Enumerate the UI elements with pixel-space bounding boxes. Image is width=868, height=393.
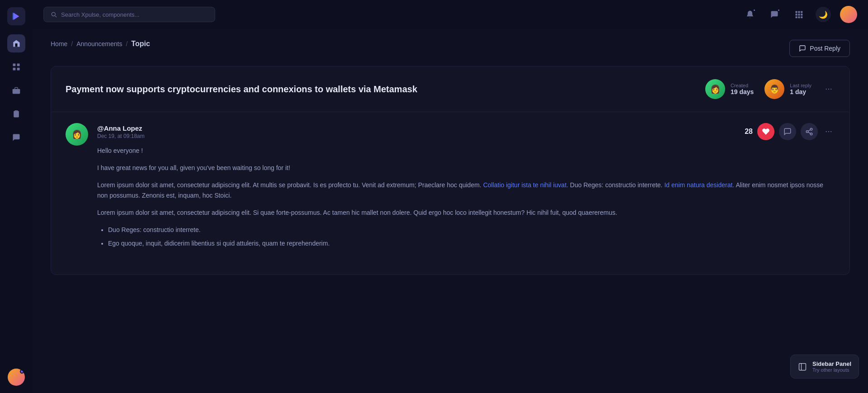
svg-point-19 bbox=[830, 89, 831, 90]
apps-btn[interactable] bbox=[791, 7, 807, 22]
svg-rect-16 bbox=[801, 16, 802, 18]
created-value: 19 days bbox=[731, 88, 754, 95]
breadcrumb-row: Home / Announcements / Topic Post Reply bbox=[51, 40, 850, 57]
post-bullet-2: Ego quoque, inquit, didicerim libentius … bbox=[108, 238, 835, 249]
svg-rect-10 bbox=[801, 11, 802, 13]
reply-avatar: 👨 bbox=[764, 79, 784, 99]
post-author-row: @Anna Lopez Dec 19, at 09:18am 28 bbox=[97, 123, 835, 140]
topic-meta: 👩 Created 19 days 👨 Last reply bbox=[705, 79, 835, 99]
post-body1: Lorem ipsum dolor sit amet, consectetur … bbox=[97, 180, 835, 202]
svg-rect-4 bbox=[13, 89, 20, 94]
post-bullet-1: Duo Reges: constructio interrete. bbox=[108, 225, 835, 236]
topic-divider bbox=[51, 112, 849, 112]
sidebar-panel-subtitle: Try other layouts bbox=[812, 367, 851, 373]
sidebar-panel-text: Sidebar Panel Try other layouts bbox=[812, 360, 851, 373]
post-body1-mid: Duo Reges: constructio interrete. bbox=[570, 181, 663, 189]
sidebar-item-chat[interactable] bbox=[7, 128, 25, 147]
svg-rect-15 bbox=[798, 16, 800, 18]
breadcrumb-announcements[interactable]: Announcements bbox=[76, 40, 122, 47]
post-author-name: @Anna Lopez bbox=[97, 124, 145, 132]
topbar-icons: 🌙 bbox=[742, 6, 857, 23]
svg-point-21 bbox=[806, 131, 808, 133]
reply-icon bbox=[799, 45, 806, 52]
main-content: 🌙 Home / Announcements / Topic Post Repl… bbox=[33, 0, 868, 393]
svg-rect-28 bbox=[799, 363, 806, 370]
likes-count: 28 bbox=[745, 128, 753, 136]
svg-rect-0 bbox=[13, 64, 16, 66]
svg-point-22 bbox=[810, 133, 812, 135]
sidebar-panel-icon bbox=[798, 362, 807, 371]
comment-button[interactable] bbox=[779, 123, 796, 140]
search-input[interactable] bbox=[61, 11, 208, 18]
more-icon bbox=[825, 85, 833, 93]
svg-rect-1 bbox=[17, 64, 20, 66]
topbar: 🌙 bbox=[33, 0, 868, 29]
grid-icon bbox=[794, 10, 803, 19]
comment-icon bbox=[783, 128, 792, 136]
sidebar-panel-btn[interactable]: Sidebar Panel Try other layouts bbox=[790, 355, 859, 379]
topic-header: Payment now supports cryptocurrencies an… bbox=[66, 79, 835, 99]
svg-rect-11 bbox=[796, 14, 797, 15]
messages-btn[interactable] bbox=[767, 7, 782, 22]
sidebar-item-home[interactable] bbox=[7, 34, 25, 52]
last-reply-value: 1 day bbox=[790, 88, 811, 95]
post-intro: I have great news for you all, given you… bbox=[97, 163, 835, 174]
svg-point-17 bbox=[826, 89, 827, 90]
post: 👩 @Anna Lopez Dec 19, at 09:18am 28 bbox=[66, 123, 835, 265]
share-button[interactable] bbox=[801, 123, 818, 140]
svg-point-18 bbox=[828, 89, 829, 90]
share-icon bbox=[805, 128, 813, 136]
post-reply-label: Post Reply bbox=[810, 45, 840, 52]
created-avatar: 👩 bbox=[705, 79, 725, 99]
topic-card: Payment now supports cryptocurrencies an… bbox=[51, 66, 850, 275]
like-button[interactable] bbox=[757, 123, 774, 140]
notifications-btn[interactable] bbox=[742, 7, 758, 22]
post-content: Hello everyone ! I have great news for y… bbox=[97, 146, 835, 249]
sidebar-item-grid[interactable] bbox=[7, 58, 25, 76]
heart-icon bbox=[762, 128, 770, 136]
svg-line-24 bbox=[808, 130, 810, 131]
post-reply-button[interactable]: Post Reply bbox=[789, 40, 850, 57]
post-body2: Lorem ipsum dolor sit amet, consectetur … bbox=[97, 208, 835, 218]
reply-meta-text: Last reply 1 day bbox=[790, 83, 811, 95]
svg-point-26 bbox=[828, 131, 829, 132]
post-body: @Anna Lopez Dec 19, at 09:18am 28 bbox=[97, 123, 835, 255]
sidebar-logo[interactable] bbox=[7, 7, 25, 25]
sidebar-item-clipboard[interactable] bbox=[7, 105, 25, 123]
theme-toggle[interactable]: 🌙 bbox=[816, 7, 831, 22]
svg-rect-14 bbox=[796, 16, 797, 18]
post-more-icon bbox=[825, 128, 833, 136]
post-body1-pre: Lorem ipsum dolor sit amet, consectetur … bbox=[97, 181, 481, 189]
svg-rect-12 bbox=[798, 14, 800, 15]
search-box bbox=[43, 7, 215, 22]
notification-dot bbox=[753, 9, 756, 12]
svg-point-25 bbox=[826, 131, 827, 132]
created-label: Created bbox=[731, 83, 754, 88]
topic-more-btn[interactable] bbox=[822, 83, 835, 95]
sidebar-user-avatar[interactable] bbox=[8, 369, 25, 386]
svg-rect-5 bbox=[14, 111, 19, 117]
svg-rect-3 bbox=[17, 68, 20, 71]
sidebar-panel-title: Sidebar Panel bbox=[812, 360, 851, 367]
breadcrumb-current: Topic bbox=[131, 40, 150, 48]
meta-last-reply: 👨 Last reply 1 day bbox=[764, 79, 811, 99]
topic-title: Payment now supports cryptocurrencies an… bbox=[66, 83, 417, 95]
svg-point-27 bbox=[830, 131, 831, 132]
svg-point-20 bbox=[810, 128, 812, 131]
created-meta-text: Created 19 days bbox=[731, 83, 754, 95]
post-link2[interactable]: Id enim natura desiderat. bbox=[664, 181, 734, 189]
sidebar-item-briefcase[interactable] bbox=[7, 81, 25, 99]
breadcrumb-home[interactable]: Home bbox=[51, 40, 67, 47]
post-bullet-list: Duo Reges: constructio interrete. Ego qu… bbox=[108, 225, 835, 249]
post-author-info: @Anna Lopez Dec 19, at 09:18am bbox=[97, 124, 145, 139]
post-more-btn[interactable] bbox=[822, 125, 835, 138]
content-area: Home / Announcements / Topic Post Reply … bbox=[33, 29, 868, 393]
post-date: Dec 19, at 09:18am bbox=[97, 133, 145, 139]
topbar-user-avatar[interactable] bbox=[840, 6, 857, 23]
svg-line-23 bbox=[808, 132, 810, 133]
post-author-avatar: 👩 bbox=[66, 123, 88, 146]
post-link1[interactable]: Collatio igitur ista te nihil iuvat. bbox=[483, 181, 568, 189]
svg-rect-8 bbox=[796, 11, 797, 13]
search-icon bbox=[50, 11, 57, 18]
sidebar bbox=[0, 0, 33, 393]
